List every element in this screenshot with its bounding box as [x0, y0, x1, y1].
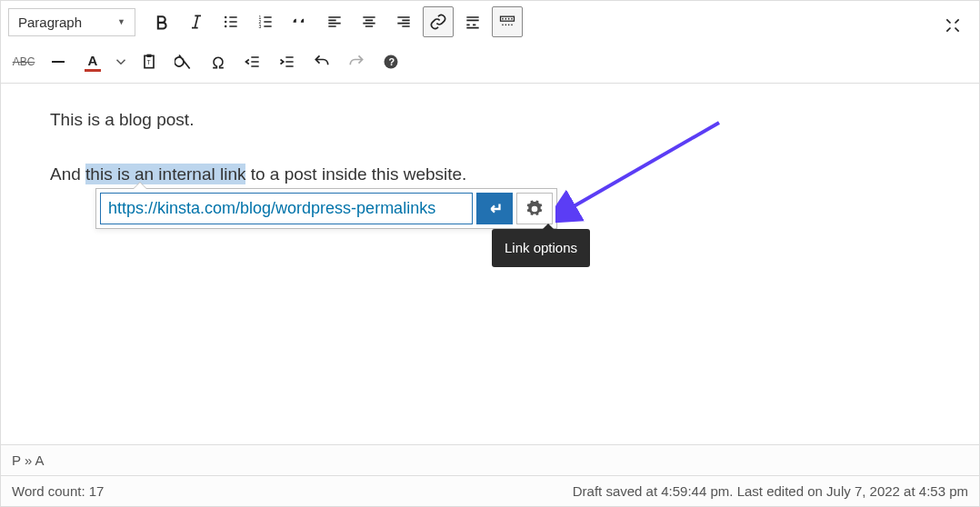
svg-point-0 — [225, 16, 227, 19]
link-popup — [95, 188, 557, 229]
svg-point-1 — [225, 21, 227, 24]
element-path[interactable]: P » A — [1, 444, 979, 475]
link-options-button[interactable] — [516, 193, 553, 224]
indent-button[interactable] — [272, 46, 303, 77]
hr-icon — [52, 61, 65, 63]
gear-icon — [525, 200, 544, 218]
text-color-dropdown[interactable] — [112, 46, 130, 77]
svg-point-14 — [511, 25, 513, 26]
strikethrough-icon: ABC — [13, 55, 35, 68]
align-left-button[interactable] — [319, 6, 350, 37]
read-more-button[interactable] — [457, 6, 488, 37]
content-area[interactable]: This is a blog post. And this is an inte… — [1, 84, 979, 444]
blockquote-button[interactable] — [285, 6, 315, 37]
bullet-list-button[interactable] — [215, 6, 246, 37]
svg-text:T: T — [147, 59, 151, 65]
save-status: Draft saved at 4:59:44 pm. Last edited o… — [573, 483, 968, 499]
toolbar-row-2: ABC A T ? — [8, 46, 972, 77]
paragraph-2: And this is an internal link to a post i… — [50, 160, 930, 189]
link-options-tooltip: Link options — [492, 229, 590, 267]
bold-button[interactable] — [146, 6, 177, 37]
svg-point-10 — [511, 18, 513, 20]
text-color-icon: A — [85, 53, 101, 72]
paragraph-1: This is a blog post. — [50, 105, 930, 134]
toolbar: Paragraph 123 ABC A T ? — [1, 1, 979, 84]
status-footer: Word count: 17 Draft saved at 4:59:44 pm… — [1, 475, 979, 506]
editor-wrap: Paragraph 123 ABC A T ? — [0, 0, 980, 507]
italic-button[interactable] — [181, 6, 212, 37]
svg-point-9 — [508, 18, 510, 20]
outdent-button[interactable] — [237, 46, 268, 77]
svg-point-8 — [505, 18, 507, 20]
horizontal-rule-button[interactable] — [43, 46, 74, 77]
undo-button[interactable] — [306, 46, 337, 77]
numbered-list-button[interactable]: 123 — [250, 6, 281, 37]
svg-text:?: ? — [389, 56, 395, 67]
special-character-button[interactable] — [203, 46, 234, 77]
enter-icon — [485, 199, 505, 219]
format-select[interactable]: Paragraph — [8, 8, 135, 36]
align-center-button[interactable] — [354, 6, 385, 37]
strikethrough-button[interactable]: ABC — [8, 46, 39, 77]
svg-point-13 — [508, 25, 510, 26]
paste-text-button[interactable]: T — [134, 46, 165, 77]
svg-point-7 — [502, 18, 504, 20]
svg-text:3: 3 — [259, 24, 262, 29]
help-button[interactable]: ? — [375, 46, 406, 77]
svg-rect-16 — [147, 55, 152, 57]
svg-point-2 — [225, 25, 227, 28]
align-right-button[interactable] — [388, 6, 419, 37]
link-button[interactable] — [423, 6, 454, 37]
distraction-free-button[interactable] — [937, 10, 968, 41]
redo-button[interactable] — [341, 46, 372, 77]
apply-link-button[interactable] — [476, 193, 513, 224]
clear-formatting-button[interactable] — [168, 46, 199, 77]
svg-point-12 — [505, 25, 507, 26]
word-count: Word count: 17 — [12, 483, 104, 499]
toolbar-toggle-button[interactable] — [492, 6, 523, 37]
link-url-input[interactable] — [100, 193, 473, 224]
text-color-button[interactable]: A — [77, 46, 108, 77]
link-text-selection[interactable]: this is an internal link — [85, 164, 245, 184]
svg-point-11 — [502, 25, 504, 26]
